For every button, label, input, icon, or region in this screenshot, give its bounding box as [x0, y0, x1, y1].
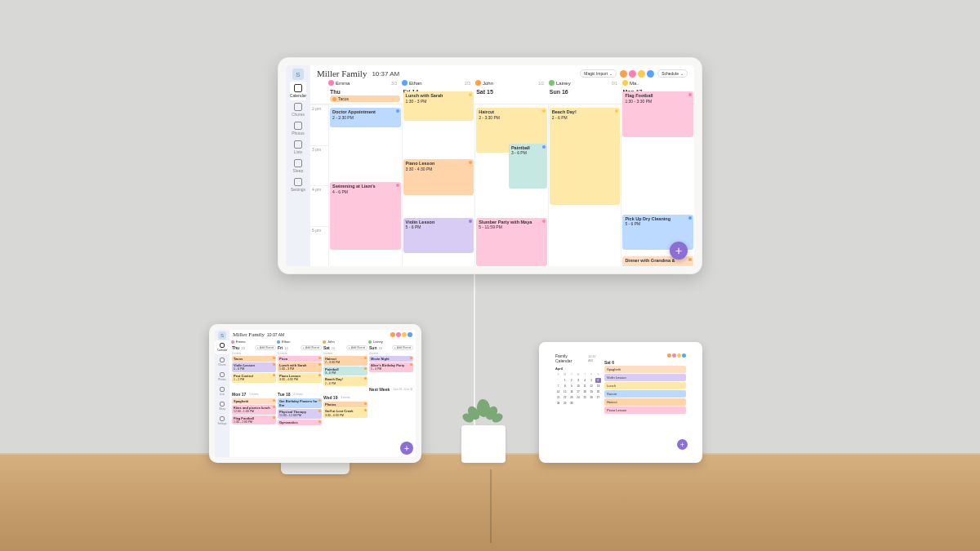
tablet-event[interactable]: Physical Therapy11:30 - 12:30 PM	[278, 409, 322, 419]
sidebar-item-chores[interactable]: Chores	[290, 100, 306, 119]
small-event[interactable]: Lunch	[604, 382, 686, 389]
sidebar-item-calendar[interactable]: Calendar	[290, 82, 306, 100]
tablet-person[interactable]: Ethan	[277, 340, 323, 344]
tablet-day-header[interactable]: Wed 193 events	[323, 394, 368, 401]
month-label[interactable]: April	[555, 366, 601, 371]
tablet-event[interactable]: Haircut2 - 3:30 PM	[323, 356, 368, 366]
tablet-day-header[interactable]: Thu 13+ Add Event	[232, 344, 276, 351]
calendar-date[interactable]: 16	[568, 389, 574, 394]
calendar-date[interactable]: 9	[568, 384, 574, 389]
avatar[interactable]	[638, 70, 645, 78]
avatar[interactable]	[408, 332, 412, 337]
calendar-event[interactable]: Piano Lesson3:30 - 4:30 PM	[403, 159, 474, 195]
calendar-date[interactable]	[555, 378, 561, 383]
mini-calendar[interactable]: SMTWTFS123456789101112131415161718192021…	[555, 372, 601, 406]
family-avatars[interactable]	[620, 70, 654, 78]
tablet-event[interactable]: Flag Football1:30 - 2:30 PM	[232, 415, 276, 425]
calendar-date[interactable]: 25	[582, 395, 588, 400]
small-event[interactable]: Spaghetti	[604, 366, 686, 373]
calendar-date[interactable]: 29	[562, 401, 568, 406]
calendar-date[interactable]	[589, 401, 595, 406]
schedule-button[interactable]: Schedule⌄	[657, 69, 688, 78]
calendar-date[interactable]: 18	[582, 389, 588, 394]
calendar-date[interactable]: 30	[568, 401, 574, 406]
calendar-date[interactable]: 8	[562, 384, 568, 389]
calendar-date[interactable]: 19	[589, 389, 595, 394]
tablet-event[interactable]: Gymnastics	[278, 420, 322, 425]
person-ma..[interactable]: Ma..	[622, 80, 694, 86]
tablet-event[interactable]: Photos	[323, 402, 368, 407]
sidebar-item-lists[interactable]: Lists	[290, 138, 306, 157]
tablet-event[interactable]: Golf at Lost Creek3:30 - 6:30 PM	[323, 408, 368, 418]
add-event-button[interactable]: + Add Event	[301, 345, 322, 350]
avatar[interactable]	[629, 70, 636, 78]
tablet-day-header[interactable]: Mon 175 events	[232, 391, 276, 398]
calendar-date[interactable]	[582, 401, 588, 406]
tablet-event[interactable]: Tacos	[232, 356, 276, 362]
calendar-date[interactable]: 17	[575, 389, 581, 394]
day-column-sat[interactable]: Haircut2 - 3:30 PMPaintball3 - 6 PMSlumb…	[474, 104, 548, 266]
tablet-event[interactable]: Kites and picnics lunch12:30 - 1:30 PM	[232, 405, 276, 415]
tablet-agenda[interactable]: Thu 13+ Add Event5 eventsTacosViolin Les…	[229, 344, 416, 457]
calendar-date[interactable]: 5	[589, 378, 595, 383]
calendar-date[interactable]: 24	[575, 395, 581, 400]
tablet-day-header[interactable]: Tue 184 events	[278, 391, 322, 398]
tablet-nav-sleep[interactable]: Sleep	[219, 399, 225, 413]
tablet-event[interactable]: Lunch with Sarah1:30 - 3 PM	[278, 362, 322, 372]
tablet-event[interactable]: Get Birthday Flowers for Em	[278, 398, 322, 408]
small-avatars[interactable]	[604, 353, 686, 359]
day-column-fri[interactable]: Lunch with Sarah1:30 - 3 PMPiano Lesson3…	[402, 104, 475, 266]
calendar-date[interactable]: 23	[568, 395, 574, 400]
calendar-date[interactable]	[575, 401, 581, 406]
tablet-person[interactable]: Lainey	[368, 340, 414, 344]
tablet-event[interactable]: Violin Lesson5 - 6 PM	[232, 362, 276, 372]
calendar-date[interactable]: 27	[595, 395, 601, 400]
avatar[interactable]	[402, 332, 407, 337]
avatar[interactable]	[647, 70, 654, 78]
tablet-day-header[interactable]: Fri 14+ Add Event	[278, 344, 322, 351]
person-john[interactable]: John1/2	[475, 80, 547, 86]
avatar[interactable]	[396, 332, 401, 337]
calendar-event[interactable]: Violin Lesson5 - 6 PM	[403, 218, 474, 254]
person-emma[interactable]: Emma3/3	[328, 80, 400, 86]
tablet-nav-chores[interactable]: Chores	[218, 355, 226, 369]
tablet-day-header[interactable]: Sun 16+ Add Event	[369, 344, 413, 351]
person-ethan[interactable]: Ethan2/3	[402, 80, 474, 86]
tablet-event[interactable]: Beach Day!2 - 6 PM	[323, 376, 368, 386]
calendar-event[interactable]: Beach Day!2 - 6 PM	[550, 108, 621, 205]
calendar-event[interactable]: Lunch with Sarah1:30 - 3 PM	[403, 91, 474, 121]
day-column-sun[interactable]: Beach Day!2 - 6 PM	[548, 104, 621, 266]
calendar-date[interactable]: 22	[562, 395, 568, 400]
avatar[interactable]	[677, 353, 681, 358]
avatar[interactable]	[390, 332, 395, 337]
calendar-event[interactable]: Doctor Appointment2 - 2:30 PM	[330, 108, 401, 127]
sidebar-item-photos[interactable]: Photos	[290, 119, 306, 138]
day-header[interactable]: Sat 15	[474, 87, 548, 104]
day-column-thu[interactable]: Doctor Appointment2 - 2:30 PMSwimming at…	[328, 104, 402, 266]
tablet-person[interactable]: John	[323, 340, 368, 344]
person-lainey[interactable]: Lainey0/1	[549, 80, 621, 86]
tablet-event[interactable]: Pizza	[278, 356, 322, 362]
tablet-day-header[interactable]: Sat 15+ Add Event	[323, 344, 368, 351]
calendar-grid[interactable]: 2 pm3 pm4 pm5 pm Doctor Appointment2 - 2…	[310, 104, 694, 266]
calendar-date[interactable]: 7	[555, 384, 561, 389]
day-column-mon[interactable]: Flag Football1:30 - 3:30 PMPick Up Dry C…	[621, 104, 694, 266]
calendar-date[interactable]: 10	[575, 384, 581, 389]
calendar-date[interactable]: 14	[555, 389, 561, 394]
small-event[interactable]: Violin Lesson	[604, 374, 686, 381]
calendar-date[interactable]: 1	[562, 378, 568, 383]
tablet-event[interactable]: Alice's Birthday Party1 - 4 PM	[369, 362, 413, 372]
avatar[interactable]	[672, 353, 676, 358]
magic-import-button[interactable]: Magic Import⌄	[580, 69, 617, 78]
sidebar-item-settings[interactable]: Settings	[290, 176, 306, 194]
avatar[interactable]	[682, 353, 686, 358]
tablet-event[interactable]: Movie Night	[369, 356, 413, 362]
tablet-nav-photos[interactable]: Photos	[218, 370, 225, 384]
small-event[interactable]: Piano Lesson	[604, 407, 686, 414]
tablet-nav-calendar[interactable]: Calendar	[215, 340, 229, 354]
small-event[interactable]: Soccer	[604, 390, 686, 398]
avatar[interactable]	[667, 353, 671, 358]
meal-chip[interactable]: Tacos	[330, 96, 400, 102]
add-event-fab[interactable]: +	[670, 242, 688, 260]
calendar-date[interactable]: 11	[582, 384, 588, 389]
